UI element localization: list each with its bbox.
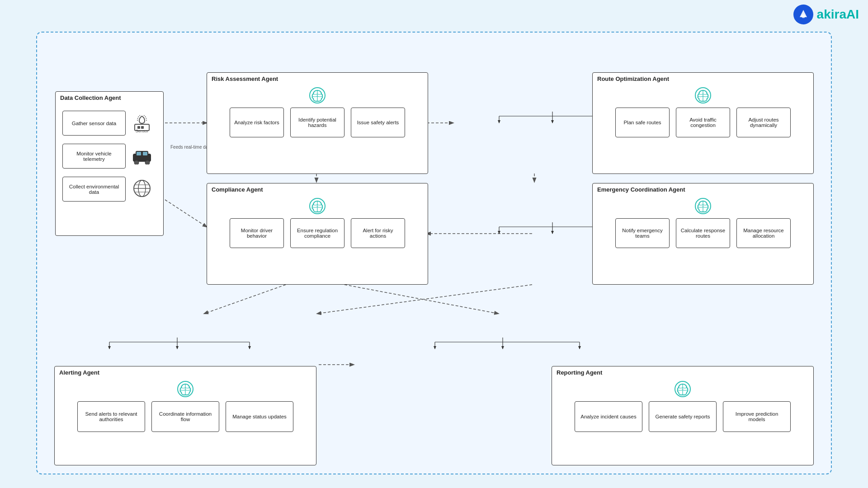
svg-line-7 xyxy=(344,285,498,314)
plan-safe-routes-task: Plan safe routes xyxy=(615,108,670,137)
generate-safety-task: Generate safety reports xyxy=(649,401,717,432)
compliance-agent: Compliance Agent Monitor driver behavior… xyxy=(207,183,428,285)
identify-hazards-task: Identify potential hazards xyxy=(290,108,344,137)
alerting-brain xyxy=(55,380,316,398)
analyze-incident-task: Analyze incident causes xyxy=(575,401,642,432)
reporting-tasks-row: Analyze incident causes Generate safety … xyxy=(552,398,813,436)
route-brain xyxy=(593,87,813,104)
compliance-title: Compliance Agent xyxy=(207,183,428,196)
header: akiraAI xyxy=(793,5,859,24)
manage-status-task: Manage status updates xyxy=(226,401,293,432)
alerting-title: Alerting Agent xyxy=(55,366,316,379)
globe-icon xyxy=(131,178,153,201)
svg-line-9 xyxy=(317,285,532,314)
emergency-tasks-row: Notify emergency teams Calculate respons… xyxy=(593,215,813,253)
analyze-risk-task: Analyze risk factors xyxy=(230,108,284,137)
ensure-compliance-task: Ensure regulation compliance xyxy=(290,218,344,248)
svg-rect-49 xyxy=(137,152,141,155)
svg-line-6 xyxy=(204,285,286,314)
emergency-title: Emergency Coordination Agent xyxy=(593,183,813,196)
calculate-routes-task: Calculate response routes xyxy=(676,218,730,248)
data-collection-title: Data Collection Agent xyxy=(56,92,163,104)
alerting-tasks-row: Send alerts to relevant authorities Coor… xyxy=(55,398,316,436)
risk-tasks-row: Analyze risk factors Identify potential … xyxy=(207,104,428,142)
reporting-agent: Reporting Agent Analyze incident causes … xyxy=(552,366,814,465)
coordinate-info-task: Coordinate information flow xyxy=(151,401,219,432)
notify-emergency-task: Notify emergency teams xyxy=(615,218,670,248)
manage-resources-task: Manage resource allocation xyxy=(736,218,791,248)
route-optimization-agent: Route Optimization Agent Plan safe route… xyxy=(592,72,814,174)
svg-rect-50 xyxy=(143,152,147,155)
diagram-container: Data Collection Agent Gather sensor data… xyxy=(36,32,832,474)
monitor-driver-task: Monitor driver behavior xyxy=(230,218,284,248)
svg-point-0 xyxy=(802,14,805,18)
improve-prediction-task: Improve prediction models xyxy=(723,401,791,432)
emergency-coordination-agent: Emergency Coordination Agent Notify emer… xyxy=(592,183,814,285)
data-collection-agent: Data Collection Agent Gather sensor data… xyxy=(55,91,164,236)
car-icon xyxy=(131,146,153,166)
adjust-routes-task: Adjust routes dynamically xyxy=(736,108,791,137)
risk-assessment-title: Risk Assessment Agent xyxy=(207,73,428,85)
feeds-label: Feeds real-time data xyxy=(170,145,212,150)
issue-alerts-task: Issue safety alerts xyxy=(351,108,405,137)
monitor-vehicle-row: Monitor vehicle telemetry xyxy=(62,144,156,169)
route-tasks-row: Plan safe routes Avoid traffic congestio… xyxy=(593,104,813,142)
reporting-title: Reporting Agent xyxy=(552,366,813,379)
risk-brain xyxy=(207,87,428,104)
avoid-traffic-task: Avoid traffic congestion xyxy=(676,108,730,137)
alerting-agent: Alerting Agent Send alerts to relevant a… xyxy=(54,366,316,465)
svg-point-47 xyxy=(134,160,139,164)
alert-risky-task: Alert for risky actions xyxy=(351,218,405,248)
collect-env-row: Collect environmental data xyxy=(62,177,156,202)
reporting-brain xyxy=(552,380,813,398)
collect-env-task: Collect environmental data xyxy=(62,177,126,202)
sensor-icon: Sensor xyxy=(131,112,153,135)
svg-point-48 xyxy=(145,160,150,164)
emergency-brain xyxy=(593,197,813,215)
gather-sensor-row: Gather sensor data Sensor xyxy=(62,111,156,136)
logo-text: akiraAI xyxy=(817,7,859,22)
compliance-tasks-row: Monitor driver behavior Ensure regulatio… xyxy=(207,215,428,253)
gather-sensor-task: Gather sensor data xyxy=(62,111,126,136)
send-alerts-task: Send alerts to relevant authorities xyxy=(77,401,145,432)
route-optimization-title: Route Optimization Agent xyxy=(593,73,813,85)
svg-text:Sensor: Sensor xyxy=(136,129,149,133)
monitor-vehicle-task: Monitor vehicle telemetry xyxy=(62,144,126,169)
compliance-brain xyxy=(207,197,428,215)
svg-line-2 xyxy=(165,200,207,227)
risk-assessment-agent: Risk Assessment Agent Analyze risk facto… xyxy=(207,72,428,174)
logo-icon xyxy=(793,5,813,24)
